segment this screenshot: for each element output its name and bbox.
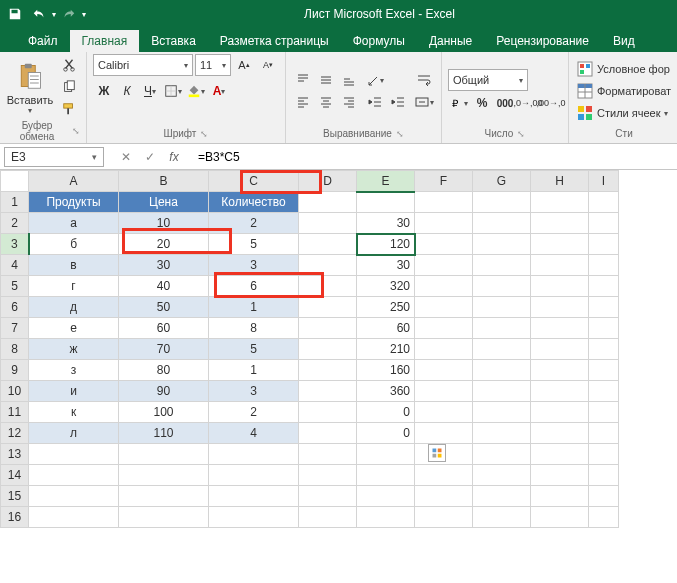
undo-icon[interactable]: [28, 3, 50, 25]
enter-formula-button[interactable]: ✓: [140, 147, 160, 167]
select-all-corner[interactable]: [1, 171, 29, 192]
row-header-2[interactable]: 2: [1, 213, 29, 234]
row-header-5[interactable]: 5: [1, 276, 29, 297]
cell-g1[interactable]: [473, 192, 531, 213]
cell-c10[interactable]: 3: [209, 381, 299, 402]
currency-button[interactable]: ₽▾: [448, 93, 470, 113]
cell-a8[interactable]: ж: [29, 339, 119, 360]
cell-e5[interactable]: 320: [357, 276, 415, 297]
cell-e3[interactable]: 120: [357, 234, 415, 255]
cut-button[interactable]: [58, 55, 80, 75]
shrink-font-button[interactable]: A▾: [257, 55, 279, 75]
borders-button[interactable]: ▾: [162, 81, 184, 101]
tab-view[interactable]: Вид: [601, 30, 647, 52]
row-header-7[interactable]: 7: [1, 318, 29, 339]
name-box[interactable]: E3 ▾: [4, 147, 104, 167]
cell-e4[interactable]: 30: [357, 255, 415, 276]
row-header-16[interactable]: 16: [1, 507, 29, 528]
grow-font-button[interactable]: A▴: [233, 55, 255, 75]
cell-d1[interactable]: [299, 192, 357, 213]
font-size-select[interactable]: 11▾: [195, 54, 231, 76]
cell-a2[interactable]: а: [29, 213, 119, 234]
cell-c4[interactable]: 3: [209, 255, 299, 276]
cell-b7[interactable]: 60: [119, 318, 209, 339]
cell-e7[interactable]: 60: [357, 318, 415, 339]
cell-styles-button[interactable]: Стили ячеек▾: [575, 103, 673, 123]
cell-c12[interactable]: 4: [209, 423, 299, 444]
cell-a6[interactable]: д: [29, 297, 119, 318]
cell-f1[interactable]: [415, 192, 473, 213]
cell-b2[interactable]: 10: [119, 213, 209, 234]
underline-button[interactable]: Ч▾: [139, 81, 161, 101]
cell-c3[interactable]: 5: [209, 234, 299, 255]
row-header-12[interactable]: 12: [1, 423, 29, 444]
cell-f2[interactable]: [415, 213, 473, 234]
col-header-e[interactable]: E: [357, 171, 415, 192]
align-right-button[interactable]: [338, 92, 360, 112]
cancel-formula-button[interactable]: ✕: [116, 147, 136, 167]
tab-data[interactable]: Данные: [417, 30, 484, 52]
tab-formulas[interactable]: Формулы: [341, 30, 417, 52]
row-header-3[interactable]: 3: [1, 234, 29, 255]
row-header-9[interactable]: 9: [1, 360, 29, 381]
col-header-i[interactable]: I: [589, 171, 619, 192]
align-left-button[interactable]: [292, 92, 314, 112]
row-header-10[interactable]: 10: [1, 381, 29, 402]
align-bottom-button[interactable]: [338, 70, 360, 90]
number-launcher[interactable]: ⤡: [517, 129, 525, 139]
cell-a4[interactable]: в: [29, 255, 119, 276]
tab-insert[interactable]: Вставка: [139, 30, 208, 52]
orientation-button[interactable]: ▾: [364, 70, 386, 90]
fill-color-button[interactable]: ▾: [185, 81, 207, 101]
number-format-select[interactable]: Общий▾: [448, 69, 528, 91]
percent-button[interactable]: %: [471, 93, 493, 113]
autofill-options-button[interactable]: [428, 444, 446, 462]
redo-icon[interactable]: [58, 3, 80, 25]
undo-dropdown[interactable]: ▾: [52, 10, 56, 19]
decrease-decimal-button[interactable]: ,00→,0: [540, 93, 562, 113]
font-color-button[interactable]: A▾: [208, 81, 230, 101]
cell-b1[interactable]: Цена: [119, 192, 209, 213]
col-header-d[interactable]: D: [299, 171, 357, 192]
cell-b4[interactable]: 30: [119, 255, 209, 276]
spreadsheet-grid[interactable]: A B C D E F G H I 1 Продукты Цена Количе…: [0, 170, 677, 528]
conditional-formatting-button[interactable]: Условное фор: [575, 59, 673, 79]
row-header-1[interactable]: 1: [1, 192, 29, 213]
cell-e6[interactable]: 250: [357, 297, 415, 318]
cell-a5[interactable]: г: [29, 276, 119, 297]
paste-button[interactable]: Вставить ▾: [6, 54, 54, 120]
fx-button[interactable]: fx: [164, 147, 184, 167]
cell-b8[interactable]: 70: [119, 339, 209, 360]
col-header-b[interactable]: B: [119, 171, 209, 192]
cell-e8[interactable]: 210: [357, 339, 415, 360]
cell-c11[interactable]: 2: [209, 402, 299, 423]
save-icon[interactable]: [4, 3, 26, 25]
cell-c8[interactable]: 5: [209, 339, 299, 360]
cell-b12[interactable]: 110: [119, 423, 209, 444]
row-header-11[interactable]: 11: [1, 402, 29, 423]
cell-h1[interactable]: [531, 192, 589, 213]
align-center-button[interactable]: [315, 92, 337, 112]
col-header-c[interactable]: C: [209, 171, 299, 192]
row-header-14[interactable]: 14: [1, 465, 29, 486]
col-header-a[interactable]: A: [29, 171, 119, 192]
cell-d2[interactable]: [299, 213, 357, 234]
col-header-h[interactable]: H: [531, 171, 589, 192]
cell-a3[interactable]: б: [29, 234, 119, 255]
decrease-indent-button[interactable]: [364, 92, 386, 112]
tab-layout[interactable]: Разметка страницы: [208, 30, 341, 52]
tab-review[interactable]: Рецензирование: [484, 30, 601, 52]
clipboard-launcher[interactable]: ⤡: [72, 126, 80, 136]
cell-b10[interactable]: 90: [119, 381, 209, 402]
cell-b9[interactable]: 80: [119, 360, 209, 381]
cell-b6[interactable]: 50: [119, 297, 209, 318]
cell-d3[interactable]: [299, 234, 357, 255]
cell-c5[interactable]: 6: [209, 276, 299, 297]
cell-b3[interactable]: 20: [119, 234, 209, 255]
font-name-select[interactable]: Calibri▾: [93, 54, 193, 76]
cell-e1[interactable]: [357, 192, 415, 213]
merge-button[interactable]: ▾: [413, 92, 435, 112]
row-header-6[interactable]: 6: [1, 297, 29, 318]
cell-c2[interactable]: 2: [209, 213, 299, 234]
cell-c7[interactable]: 8: [209, 318, 299, 339]
